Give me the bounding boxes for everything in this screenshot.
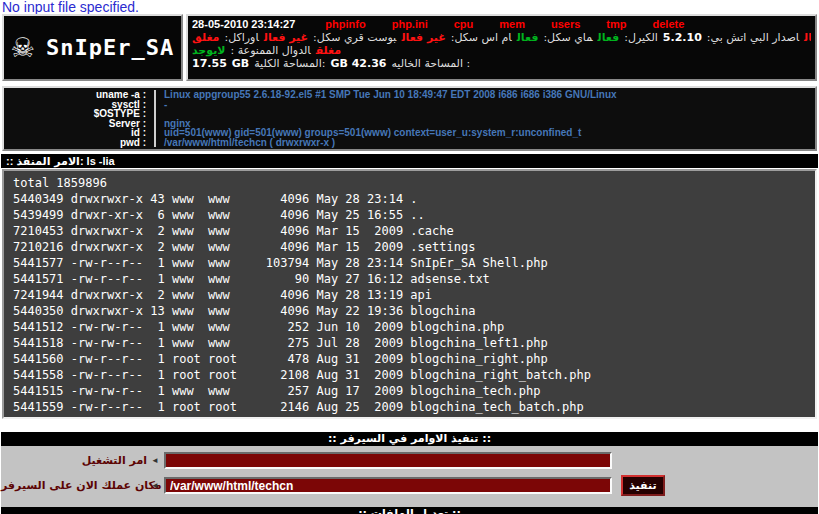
cwd-row: مكان عملك الان على السيرفر ◄ تنفيذ: [1, 475, 818, 496]
status-segment: غير فعال: [401, 31, 445, 44]
listing-line: 5441515 -rw-rw-r-- 1 www www 257 Aug 17 …: [13, 383, 815, 399]
status-segment: GB: [232, 57, 249, 70]
listing-line: 5441558 -rw-r--r-- 1 root root 2108 Aug …: [13, 367, 815, 383]
arrow-left-icon: ◄: [151, 481, 159, 490]
status-segment: غير فعال: [264, 31, 308, 44]
nav-link-delete[interactable]: delete: [653, 18, 685, 30]
status-segment: 17.55: [192, 57, 227, 70]
cwd-input[interactable]: [164, 477, 612, 494]
executed-command-bar: :: الامر المنفذ: ls -lia: [1, 154, 818, 168]
exec-commands-title-bar: :: تنفيذ الاوامر في السيرفر ::: [1, 432, 818, 446]
status-segment: فعال: [517, 31, 539, 44]
nav-link-phpinfo[interactable]: phpinfo: [325, 18, 365, 30]
status-segment: فعال: [598, 31, 620, 44]
cwd-label: مكان عملك الان على السيرفر: [1, 479, 147, 492]
nav-link-users[interactable]: users: [551, 18, 580, 30]
run-command-row: امر التشغيل ◄: [1, 452, 818, 469]
datetime: 28-05-2010 23:14:27: [192, 18, 295, 30]
app-title: SnIpEr_SA: [46, 35, 174, 60]
listing-line: total 1859896: [13, 175, 815, 191]
error-banner: No input file specified.: [0, 0, 819, 14]
status-segment: مغلق: [316, 44, 341, 57]
command-bar-prefix: ::: [6, 155, 13, 167]
status-line: وضع الامن:غير فعالاصدار البي اتش بي:5.2.…: [192, 31, 811, 44]
listing-line: 7241944 drwxrwxr-x 2 www www 4096 May 28…: [13, 287, 815, 303]
status-segment: الكيرل:: [624, 31, 658, 44]
status-segment: GB 42.36: [330, 57, 386, 70]
nav-link-cpu[interactable]: cpu: [454, 18, 474, 30]
listing-line: 5441559 -rw-r--r-- 1 root root 2146 Aug …: [13, 399, 815, 415]
status-segment: غير فعال: [804, 31, 811, 44]
listing-line: 5441518 -rw-rw-r-- 1 www www 275 Jul 28 …: [13, 335, 815, 351]
status-segment: المساحة الكلية:: [254, 57, 325, 70]
status-segment: بوست قري سكل:: [313, 31, 396, 44]
command-bar-label: الامر المنفذ: [16, 155, 79, 168]
listing-line: 5439499 drwxr-xr-x 6 www www 4096 May 25…: [13, 207, 815, 223]
disabled-functions-line: مغلقالدوال الممنوعة :لايوجد: [192, 44, 811, 57]
execute-button[interactable]: تنفيذ: [621, 475, 665, 496]
nav-link-tmp[interactable]: tmp: [606, 18, 626, 30]
sniper-shell-page: { "page": { "error_message": "No input f…: [0, 0, 819, 514]
system-info-panel: uname -a :Linux appgroup55 2.6.18-92.el5…: [2, 86, 817, 151]
listing-line: 5440349 drwxrwxr-x 43 www www 4096 May 2…: [13, 191, 815, 207]
arrow-left-icon: ◄: [151, 456, 159, 465]
disk-space-line: 17.55GBالمساحة الكلية:GB 42.36المساحة ال…: [192, 57, 811, 70]
listing-line: 7210216 drwxrwxr-x 2 www www 4096 Mar 15…: [13, 239, 815, 255]
skull-crossbones-icon: ☠: [11, 34, 35, 61]
status-segment: المساحة الخاليه :: [391, 57, 470, 70]
status-segment: مغلق: [192, 31, 219, 44]
edit-files-title-bar: :: تعديل الملفات ::: [1, 507, 818, 514]
status-segment: اصدار البي اتش بي:: [707, 31, 799, 44]
listing-line: 5441571 -rw-r--r-- 1 www www 90 May 27 1…: [13, 271, 815, 287]
listing-line: 5441577 -rw-r--r-- 1 www www 103794 May …: [13, 255, 815, 271]
sysinfo-label: pwd :: [4, 138, 156, 148]
nav-link-mem[interactable]: mem: [499, 18, 525, 30]
listing-line: 5441560 -rw-r--r-- 1 root root 478 Aug 3…: [13, 351, 815, 367]
status-segment: اوراكل:: [224, 31, 258, 44]
status-segment: ماي سكل:: [543, 31, 592, 44]
nav-link-php.ini[interactable]: php.ini: [392, 18, 428, 30]
header: ☠ SnIpEr_SA 28-05-2010 23:14:27phpinfoph…: [2, 14, 817, 81]
sysinfo-value: Linux appgroup55 2.6.18-92.el5 #1 SMP Tu…: [156, 90, 617, 100]
run-command-label: امر التشغيل: [1, 454, 147, 467]
nav-links: phpinfophp.inicpumemuserstmpdelete: [299, 18, 684, 30]
listing-line: 5440350 drwxrwxr-x 13 www www 4096 May 2…: [13, 303, 815, 319]
sysinfo-value: /var/www/html/techcn ( drwxrwxr-x ): [156, 138, 335, 148]
executed-command: : ls -lia: [80, 155, 115, 167]
status-segment: 5.2.10: [663, 31, 702, 44]
exec-form-panel: امر التشغيل ◄ مكان عملك الان على السيرفر…: [1, 446, 818, 507]
header-line-datetime-links: 28-05-2010 23:14:27phpinfophp.inicpumemu…: [192, 18, 811, 31]
sysinfo-value: -: [156, 100, 167, 110]
sysinfo-row: pwd :/var/www/html/techcn ( drwxrwxr-x ): [4, 138, 815, 148]
status-segment: لايوجد: [192, 44, 226, 57]
sysinfo-value: [156, 109, 164, 119]
header-info-box: 28-05-2010 23:14:27phpinfophp.inicpumemu…: [186, 14, 817, 81]
listing-line: 7210453 drwxrwxr-x 2 www www 4096 Mar 15…: [13, 223, 815, 239]
file-listing-output: total 18598965440349 drwxrwxr-x 43 www w…: [2, 169, 817, 419]
run-command-input[interactable]: [164, 452, 612, 469]
listing-line: 5441512 -rw-rw-r-- 1 www www 252 Jun 10 …: [13, 319, 815, 335]
logo-box: ☠ SnIpEr_SA: [2, 14, 183, 81]
status-segment: ام اس سكل:: [451, 31, 512, 44]
status-segment: الدوال الممنوعة :: [231, 44, 311, 57]
